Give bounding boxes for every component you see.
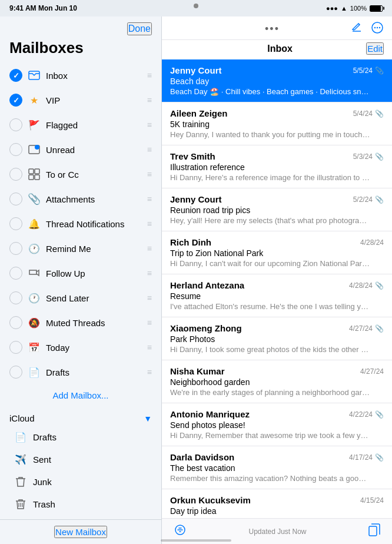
edit-button[interactable]: Edit: [366, 42, 384, 55]
mailbox-item-send-later[interactable]: 🕐 Send Later ≡: [2, 286, 159, 310]
mailbox-item-inbox[interactable]: Inbox ≡: [2, 63, 159, 88]
email-subject: Reunion road trip pics: [170, 205, 384, 215]
email-item[interactable]: Orkun Kucuksevim 4/15/24 Day trip idea H…: [162, 489, 392, 518]
drafts-smart-check: [9, 366, 22, 379]
battery-icon: [370, 5, 383, 12]
icloud-item-trash[interactable]: Trash: [12, 493, 152, 515]
email-preview: Remember this amazing vacation? Nothing …: [170, 474, 370, 483]
send-later-drag-handle[interactable]: ≡: [147, 293, 152, 303]
email-item[interactable]: Darla Davidson 4/17/24 📎 The best vacati…: [162, 446, 392, 489]
email-subject: Send photos please!: [170, 420, 384, 430]
drafts-smart-drag-handle[interactable]: ≡: [147, 367, 152, 377]
copy-icon[interactable]: [368, 523, 380, 539]
mailbox-item-today[interactable]: 📅 Today ≡: [2, 335, 159, 360]
email-item[interactable]: Trev Smith 5/3/24 📎 Illustration referen…: [162, 145, 392, 188]
attachment-icon: 📎: [375, 152, 384, 161]
email-date: 4/27/24: [360, 367, 384, 376]
email-item[interactable]: Rich Dinh 4/28/24 Trip to Zion National …: [162, 231, 392, 274]
icloud-header[interactable]: iCloud ▼: [9, 411, 152, 426]
email-item[interactable]: Nisha Kumar 4/27/24 Neighborhood garden …: [162, 360, 392, 403]
status-time: 9:41 AM Mon Jun 10: [9, 4, 77, 12]
sent-icon: ✈️: [14, 453, 27, 466]
email-preview: Hi Danny, Remember that awesome trip we …: [170, 431, 370, 440]
calendar-icon: 📅: [27, 340, 41, 354]
three-dots-icon: •••: [265, 23, 280, 35]
compose-icon[interactable]: [351, 21, 363, 37]
icloud-section: iCloud ▼ 📄 Drafts ✈️ Sent: [2, 406, 159, 519]
follow-drag-handle[interactable]: ≡: [147, 268, 152, 278]
send-later-label: Send Later: [46, 293, 147, 303]
email-subject: The best vacation: [170, 463, 384, 473]
email-preview: Hi Danny, I can't wait for our upcoming …: [170, 259, 370, 268]
drafts-icon: 📄: [14, 430, 27, 443]
email-item[interactable]: Jenny Court 5/5/24 📎 Beach day Beach Day…: [162, 59, 392, 102]
junk-icon: [14, 475, 27, 488]
toorc-drag-handle[interactable]: ≡: [147, 170, 152, 179]
status-right: ●●● ▲ 100%: [326, 5, 383, 12]
vip-drag-handle[interactable]: ≡: [147, 95, 152, 105]
new-mailbox-button[interactable]: New Mailbox: [54, 526, 107, 538]
mailbox-item-remind-me[interactable]: 🕐 Remind Me ≡: [2, 236, 159, 261]
attachment-icon: 📎: [375, 410, 384, 419]
send-later-icon: 🕐: [27, 291, 41, 305]
thread-notif-drag-handle[interactable]: ≡: [147, 219, 152, 228]
clock-icon: 🕐: [27, 241, 41, 256]
icloud-item-sent[interactable]: ✈️ Sent: [12, 448, 152, 470]
svg-point-2: [35, 145, 39, 150]
mailbox-item-muted-threads[interactable]: 🔕 Muted Threads ≡: [2, 310, 159, 335]
flagged-drag-handle[interactable]: ≡: [147, 120, 152, 130]
icloud-item-junk[interactable]: Junk: [12, 470, 152, 493]
today-check: [9, 341, 22, 354]
email-subject: Illustration reference: [170, 162, 384, 172]
email-date: 4/27/24: [349, 324, 373, 333]
wifi-icon: ●●●: [326, 5, 338, 12]
email-item[interactable]: Jenny Court 5/2/24 📎 Reunion road trip p…: [162, 188, 392, 231]
left-footer: New Mailbox: [0, 519, 161, 544]
follow-label: Follow Up: [46, 268, 147, 278]
drafts-smart-label: Drafts: [46, 367, 147, 377]
email-item[interactable]: Xiaomeng Zhong 4/27/24 📎 Park Photos Hi …: [162, 317, 392, 360]
signal-icon: ▲: [341, 5, 347, 12]
add-mailbox-button[interactable]: Add Mailbox...: [2, 384, 159, 406]
mailbox-item-attachments[interactable]: 📎 Attachments ≡: [2, 187, 159, 211]
toorc-check: [9, 168, 22, 181]
email-item[interactable]: Antonio Manriquez 4/22/24 📎 Send photos …: [162, 403, 392, 446]
flag-icon: 🚩: [27, 118, 41, 132]
icloud-item-archive[interactable]: Archive: [12, 515, 152, 519]
right-icons: [351, 21, 384, 37]
attachments-drag-handle[interactable]: ≡: [147, 194, 152, 204]
email-date: 4/28/24: [360, 238, 384, 247]
mailbox-item-thread-notifications[interactable]: 🔔 Thread Notifications ≡: [2, 211, 159, 236]
today-drag-handle[interactable]: ≡: [147, 343, 152, 352]
thread-notif-check: [9, 217, 22, 230]
unread-icon: [27, 142, 41, 157]
muted-drag-handle[interactable]: ≡: [147, 318, 152, 327]
email-sender: Darla Davidson: [170, 452, 234, 462]
inbox-icon: [27, 68, 41, 82]
mailbox-item-vip[interactable]: ★ VIP ≡: [2, 88, 159, 112]
mailboxes-title: Mailboxes: [0, 39, 161, 63]
inbox-drag-handle[interactable]: ≡: [147, 71, 152, 80]
mailbox-item-drafts-smart[interactable]: 📄 Drafts ≡: [2, 360, 159, 384]
unread-drag-handle[interactable]: ≡: [147, 145, 152, 154]
remind-drag-handle[interactable]: ≡: [147, 244, 152, 253]
muted-label: Muted Threads: [46, 318, 147, 328]
mailbox-item-toorc[interactable]: To or Cc ≡: [2, 162, 159, 187]
email-list: Jenny Court 5/5/24 📎 Beach day Beach Day…: [162, 59, 392, 518]
send-later-check: [9, 291, 22, 304]
left-header: Done: [0, 16, 161, 39]
right-top-bar: •••: [162, 16, 392, 40]
icloud-item-drafts[interactable]: 📄 Drafts: [12, 426, 152, 448]
attachment-icon: 📎: [375, 324, 384, 333]
mailbox-item-follow-up[interactable]: Follow Up ≡: [2, 261, 159, 286]
filter-icon[interactable]: [174, 525, 187, 538]
email-item[interactable]: Aileen Zeigen 5/4/24 📎 5K training Hey D…: [162, 102, 392, 145]
email-item[interactable]: Herland Antezana 4/28/24 📎 Resume I've a…: [162, 274, 392, 317]
email-date: 5/5/24: [353, 67, 373, 75]
sent-icloud-label: Sent: [33, 455, 51, 465]
mailbox-item-flagged[interactable]: 🚩 Flagged ≡: [2, 112, 159, 137]
email-sender: Trev Smith: [170, 151, 215, 161]
more-options-icon[interactable]: [371, 21, 384, 37]
mailbox-item-unread[interactable]: Unread ≡: [2, 137, 159, 162]
done-button[interactable]: Done: [127, 22, 152, 35]
